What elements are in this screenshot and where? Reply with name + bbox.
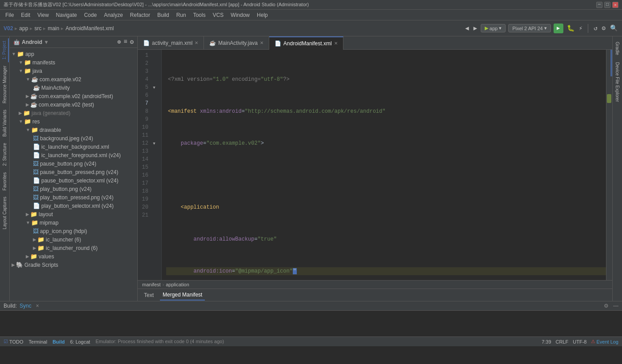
tab-activity-main[interactable]: 📄 activity_main.xml ✕ — [138, 36, 204, 50]
sidebar-tab-build[interactable]: Build Variants — [1, 107, 8, 139]
tree-arrow-package-unittest[interactable]: ▶ — [26, 102, 29, 107]
tree-arrow-package-main[interactable]: ▼ — [26, 77, 30, 82]
menu-run[interactable]: Run — [173, 11, 190, 19]
build-close[interactable]: × — [36, 303, 39, 309]
maximize-button[interactable]: □ — [604, 2, 610, 8]
tree-item-java-generated[interactable]: ▶ 📁 java (generated) — [10, 109, 137, 117]
tree-arrow-res[interactable]: ▼ — [19, 119, 23, 124]
tab-close-mainactivity[interactable]: ✕ — [260, 40, 263, 45]
event-log[interactable]: ⚠ Event Log — [591, 339, 618, 344]
menu-view[interactable]: View — [34, 11, 52, 19]
tree-item-pause-pressed[interactable]: 🖼 pause_button_pressed.png (v24) — [10, 168, 137, 176]
tab-androidmanifest[interactable]: 📄 AndroidManifest.xml ✕ — [269, 36, 343, 50]
sidebar-tab-project[interactable]: 1: Project — [0, 38, 9, 62]
menu-help[interactable]: Help — [253, 11, 271, 19]
sidebar-tab-layout[interactable]: Layout Captures — [1, 194, 8, 232]
tree-item-layout[interactable]: ▶ 📁 layout — [10, 210, 137, 218]
tree-item-app-icon[interactable]: 🖼 app_icon.png (hdpi) — [10, 227, 137, 235]
tree-item-res[interactable]: ▼ 📁 res — [10, 117, 137, 126]
build-collapse-icon[interactable]: — — [613, 303, 618, 309]
menu-window[interactable]: Window — [227, 11, 253, 19]
code-editor[interactable]: <?xml version="1.0" encoding="utf-8"?> <… — [162, 50, 606, 280]
breadcrumb-v02[interactable]: V02 — [4, 25, 13, 32]
sidebar-tab-favorites[interactable]: Favorites — [1, 170, 8, 193]
tree-item-mainactivity[interactable]: ☕ MainActivity — [10, 83, 137, 92]
debug-icon[interactable]: 🐛 — [566, 24, 575, 33]
tab-mainactivity[interactable]: ☕ MainActivity.java ✕ — [204, 36, 269, 50]
tree-item-play-selector[interactable]: 📄 play_button_selector.xml (v24) — [10, 202, 137, 210]
window-controls[interactable]: ─ □ ✕ — [596, 2, 618, 8]
tree-item-ic-launcher-round[interactable]: ▶ 📁 ic_launcher_round (6) — [10, 244, 137, 252]
build-settings-icon[interactable]: ⚙ — [604, 303, 609, 309]
tree-item-package-test[interactable]: ▶ ☕ com.example.v02 (androidTest) — [10, 92, 137, 100]
logcat-item[interactable]: 6: Logcat — [70, 339, 90, 344]
tree-item-play-pressed[interactable]: 🖼 play_button_pressed.png (v24) — [10, 193, 137, 202]
device-dropdown[interactable]: Pixel 2 API 24 ▾ — [508, 24, 551, 32]
sidebar-right-gradle[interactable]: Gradle — [614, 38, 621, 59]
menu-code[interactable]: Code — [80, 11, 100, 19]
tree-arrow-package-test[interactable]: ▶ — [26, 94, 29, 99]
run-button[interactable]: ▶ — [554, 24, 563, 33]
tree-arrow-java-generated[interactable]: ▶ — [19, 111, 22, 115]
tab-close-manifest[interactable]: ✕ — [334, 41, 338, 46]
tree-arrow-gradle[interactable]: ▶ — [12, 262, 15, 267]
status-crlf[interactable]: CRLF — [556, 339, 569, 344]
menu-analyze[interactable]: Analyze — [100, 11, 127, 19]
minimize-button[interactable]: ─ — [596, 2, 602, 8]
profile-icon[interactable]: ⚡ — [578, 24, 583, 33]
status-charset[interactable]: UTF-8 — [573, 339, 586, 344]
close-button[interactable]: ✕ — [612, 2, 618, 8]
tree-arrow-ic-launcher-round[interactable]: ▶ — [33, 245, 36, 250]
tree-arrow-app[interactable]: ▼ — [12, 51, 16, 56]
tree-item-play-btn[interactable]: 🖼 play_button.png (v24) — [10, 185, 137, 193]
sync-icon[interactable]: ↺ — [593, 24, 598, 33]
menu-tools[interactable]: Tools — [190, 11, 209, 19]
breadcrumb-main[interactable]: main — [48, 25, 59, 32]
sidebar-tab-structure[interactable]: 2: Structure — [1, 140, 8, 169]
tree-item-ic-launcher-fg[interactable]: 📄 ic_launcher_foreground.xml (v24) — [10, 151, 137, 159]
menu-refactor[interactable]: Refactor — [127, 11, 154, 19]
project-sort-icon[interactable]: ≡ — [124, 38, 127, 46]
tree-item-ic-launcher[interactable]: ▶ 📁 ic_launcher (6) — [10, 235, 137, 244]
tree-item-package-main[interactable]: ▼ ☕ com.example.v02 — [10, 75, 137, 83]
forward-icon[interactable]: ▶ — [472, 24, 478, 33]
tree-item-pause-btn[interactable]: 🖼 pause_button.png (v24) — [10, 159, 137, 168]
tree-arrow-layout[interactable]: ▶ — [26, 212, 29, 217]
tree-item-bg-jpeg[interactable]: 🖼 background.jpeg (v24) — [10, 134, 137, 142]
todo-item[interactable]: ☑ TODO — [4, 339, 24, 344]
tree-item-values[interactable]: ▶ 📁 values — [10, 252, 137, 261]
tree-arrow-mipmap[interactable]: ▼ — [26, 220, 30, 225]
build-item[interactable]: Build — [52, 339, 65, 344]
tree-item-gradle[interactable]: ▶ 🐘 Gradle Scripts — [10, 261, 137, 269]
back-icon[interactable]: ◀ — [464, 24, 470, 33]
fold-5[interactable]: ▼ — [151, 84, 157, 92]
project-add-icon[interactable]: ⊕ — [117, 38, 121, 46]
tree-item-pause-selector[interactable]: 📄 pause_button_selector.xml (v24) — [10, 176, 137, 185]
tree-item-manifests[interactable]: ▼ 📁 manifests — [10, 58, 137, 67]
tree-item-mipmap[interactable]: ▼ 📁 mipmap — [10, 218, 137, 227]
breadcrumb-src[interactable]: src — [34, 25, 41, 32]
fold-12[interactable]: ▼ — [151, 140, 157, 148]
bottom-tab-text[interactable]: Text — [141, 290, 156, 300]
breadcrumb-manifest[interactable]: AndroidManifest.xml — [65, 25, 114, 32]
tree-item-drawable[interactable]: ▼ 📁 drawable — [10, 126, 137, 134]
terminal-item[interactable]: Terminal — [29, 339, 48, 344]
bottom-tab-merged[interactable]: Merged Manifest — [160, 290, 205, 301]
breadcrumb-app[interactable]: app — [19, 25, 28, 32]
tree-arrow-ic-launcher[interactable]: ▶ — [33, 237, 36, 242]
menu-build[interactable]: Build — [154, 11, 173, 19]
tree-arrow-manifests[interactable]: ▼ — [19, 60, 23, 65]
settings-icon[interactable]: ⚙ — [601, 24, 606, 33]
sidebar-right-device-explorer[interactable]: Device File Explorer — [614, 59, 621, 105]
scroll-gutter[interactable] — [606, 50, 612, 280]
app-dropdown[interactable]: ▶ app ▾ — [481, 24, 506, 32]
tree-item-java[interactable]: ▼ 📁 java — [10, 67, 137, 75]
tree-arrow-drawable[interactable]: ▼ — [26, 127, 30, 132]
menu-edit[interactable]: Edit — [17, 11, 34, 19]
tree-item-package-unittest[interactable]: ▶ ☕ com.example.v02 (test) — [10, 100, 137, 109]
tree-item-ic-launcher-bg[interactable]: 📄 ic_launcher_background.xml — [10, 142, 137, 151]
menu-vcs[interactable]: VCS — [209, 11, 227, 19]
tab-close-activity[interactable]: ✕ — [195, 40, 198, 45]
search-icon[interactable]: 🔍 — [609, 24, 618, 33]
sync-link[interactable]: Sync — [20, 303, 32, 309]
